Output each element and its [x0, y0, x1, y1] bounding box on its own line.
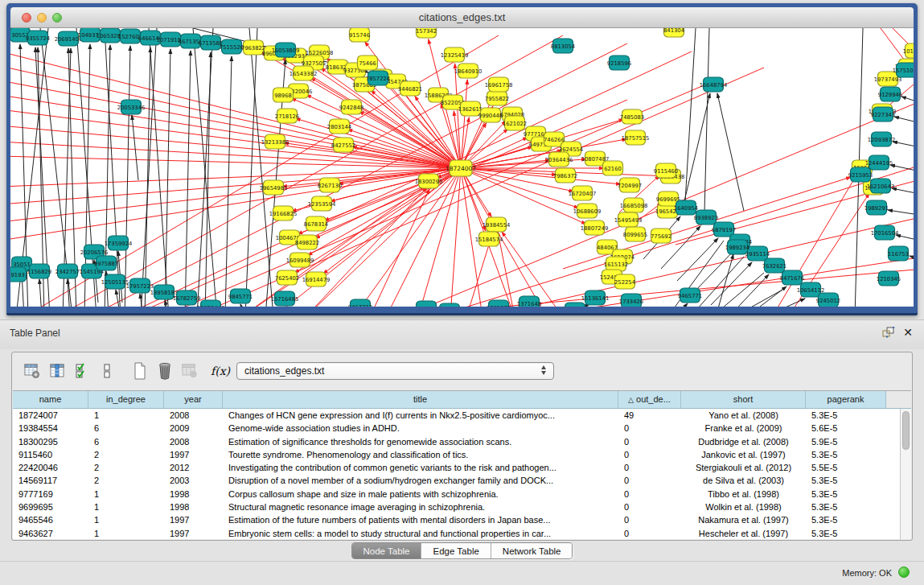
delete-table-button[interactable] — [179, 361, 200, 381]
graph-edge[interactable] — [402, 100, 914, 307]
table-row[interactable]: 946554611997Estimation of the future num… — [13, 513, 900, 526]
graph-node[interactable]: 12923448 — [197, 300, 225, 307]
graph-node[interactable]: 12505135 — [101, 274, 129, 289]
graph-node[interactable]: 1989234 — [725, 240, 749, 254]
graph-edge[interactable] — [132, 115, 138, 180]
graph-node[interactable]: 9335271 — [487, 300, 511, 307]
table-source-select[interactable]: citations_edges.txt — [236, 362, 554, 380]
graph-node[interactable]: 20053346 — [117, 100, 146, 114]
function-builder-button[interactable]: f(x) — [211, 365, 230, 377]
table-scrollbar-thumb[interactable] — [902, 411, 910, 450]
graph-node[interactable]: 7204997 — [618, 178, 642, 192]
graph-node[interactable]: 7986372 — [553, 168, 577, 183]
column-header-in_degree[interactable]: in_degree — [88, 391, 164, 408]
graph-node[interactable]: 16099489 — [286, 253, 314, 267]
graph-node[interactable]: 19654985 — [260, 180, 288, 195]
graph-node[interactable]: 3446821 — [398, 81, 422, 96]
graph-node[interactable]: 9218596 — [607, 56, 631, 70]
graph-node[interactable]: 9227343 — [871, 107, 895, 122]
column-header-year[interactable]: year — [164, 391, 223, 408]
table-row[interactable]: 1938455462009Genome-wide association stu… — [13, 422, 900, 435]
delete-columns-button[interactable] — [154, 361, 175, 381]
column-header-title[interactable]: title — [223, 391, 618, 408]
graph-node[interactable]: 9215953 — [848, 167, 873, 182]
show-columns-button[interactable] — [47, 361, 68, 381]
graph-node[interactable]: 10688609 — [573, 204, 602, 218]
row-options-button[interactable] — [97, 361, 117, 381]
graph-node[interactable]: 915746 — [349, 28, 370, 42]
graph-node[interactable]: 16961758 — [485, 77, 513, 92]
column-header-short[interactable]: short — [681, 391, 806, 408]
graph-edge[interactable] — [10, 126, 461, 168]
graph-node[interactable]: 157342 — [416, 28, 437, 38]
graph-edge[interactable] — [240, 304, 245, 307]
graph-node[interactable]: 9845771 — [228, 289, 253, 303]
graph-edge[interactable] — [125, 46, 130, 307]
graph-node[interactable]: 12444195 — [865, 155, 893, 170]
graph-node[interactable]: 7625402 — [275, 270, 299, 285]
network-window-frame[interactable]: citations_edges.txt 79638228960128891293… — [6, 3, 918, 315]
graph-node[interactable]: 1989291 — [864, 200, 889, 215]
graph-edge[interactable] — [145, 47, 150, 307]
column-header-pagerank[interactable]: pagerank — [806, 391, 886, 408]
tab-node-table[interactable]: Node Table — [352, 543, 421, 558]
graph-node[interactable]: 8678314 — [304, 216, 328, 231]
table-row[interactable]: 1872400712008Changes of HCN gene express… — [13, 409, 900, 422]
table-row[interactable]: 911546021997Tourette syndrome. Phenomeno… — [13, 448, 900, 461]
graph-node[interactable]: 16685098 — [620, 198, 648, 212]
close-panel-icon[interactable]: ✕ — [903, 327, 913, 338]
create-new-column-button[interactable] — [129, 361, 150, 381]
network-canvas[interactable]: 7963822896012889129341522605893275051654… — [10, 28, 914, 307]
graph-node[interactable]: 62160 — [603, 161, 623, 175]
graph-node[interactable]: 9975887 — [94, 256, 118, 270]
graph-node[interactable]: 75466 — [358, 56, 378, 70]
graph-node[interactable]: 13213386 — [261, 134, 290, 149]
graph-edge[interactable] — [894, 117, 914, 124]
graph-node[interactable]: 18300295 — [415, 174, 443, 188]
graph-node[interactable]: 18724007 — [446, 160, 476, 176]
graph-edge[interactable] — [502, 232, 563, 307]
graph-node[interactable]: 12093872 — [868, 132, 896, 146]
graph-edge[interactable] — [10, 168, 461, 204]
graph-node[interactable]: 15495493 — [614, 212, 643, 227]
graph-node[interactable]: 7485083 — [620, 109, 644, 124]
table-row[interactable]: 946362711997Embryonic stem cells: a mode… — [13, 527, 900, 539]
graph-node[interactable]: 7515526 — [220, 39, 244, 54]
graph-node[interactable]: 1210345 — [877, 271, 901, 286]
graph-edge[interactable] — [10, 168, 461, 187]
graph-node[interactable]: 18807249 — [581, 220, 609, 235]
graph-node[interactable]: 8498222 — [295, 235, 319, 249]
graph-node[interactable]: 16648794 — [700, 77, 728, 92]
table-row[interactable]: 2242004622012Investigating the contribut… — [13, 461, 900, 474]
graph-edge[interactable] — [893, 142, 914, 148]
table-row[interactable]: 977716911998Corpus callosum shape and si… — [13, 488, 900, 501]
table-mode-button[interactable] — [22, 361, 43, 381]
graph-node[interactable]: 19384554 — [483, 217, 511, 232]
graph-edge[interactable] — [901, 97, 914, 104]
graph-node[interactable]: 1733426 — [619, 294, 643, 307]
graph-edge[interactable] — [892, 188, 914, 195]
float-panel-icon[interactable] — [882, 327, 895, 338]
graph-node[interactable]: 16210643 — [867, 179, 895, 193]
graph-edge[interactable] — [10, 95, 461, 168]
graph-edge[interactable] — [245, 28, 257, 307]
graph-node[interactable]: 16053809 — [272, 43, 300, 57]
graph-node[interactable]: 7632621 — [762, 258, 786, 273]
graph-edge[interactable] — [704, 28, 709, 212]
table-row[interactable]: 1456911722003Disruption of a novel membe… — [13, 474, 900, 487]
graph-edge[interactable] — [450, 168, 461, 307]
graph-node[interactable]: 15136141 — [581, 290, 610, 305]
table-row[interactable]: 1830029562008Estimation of significance … — [13, 435, 900, 448]
graph-node[interactable]: 15716485 — [271, 291, 299, 306]
graph-node[interactable]: 775692 — [651, 229, 671, 243]
tab-network-table[interactable]: Network Table — [491, 543, 573, 558]
graph-edge[interactable] — [729, 274, 769, 307]
graph-node[interactable]: 946721 — [565, 303, 585, 307]
select-rows-button[interactable] — [72, 361, 92, 381]
graph-node[interactable]: 15184574 — [475, 232, 503, 246]
graph-node[interactable]: 9990448 — [478, 108, 503, 122]
graph-node[interactable]: 9245012 — [816, 293, 840, 307]
network-window-titlebar[interactable]: citations_edges.txt — [10, 7, 914, 28]
graph-node[interactable]: 9465771 — [678, 288, 702, 303]
graph-node[interactable]: 8938923 — [694, 210, 718, 225]
